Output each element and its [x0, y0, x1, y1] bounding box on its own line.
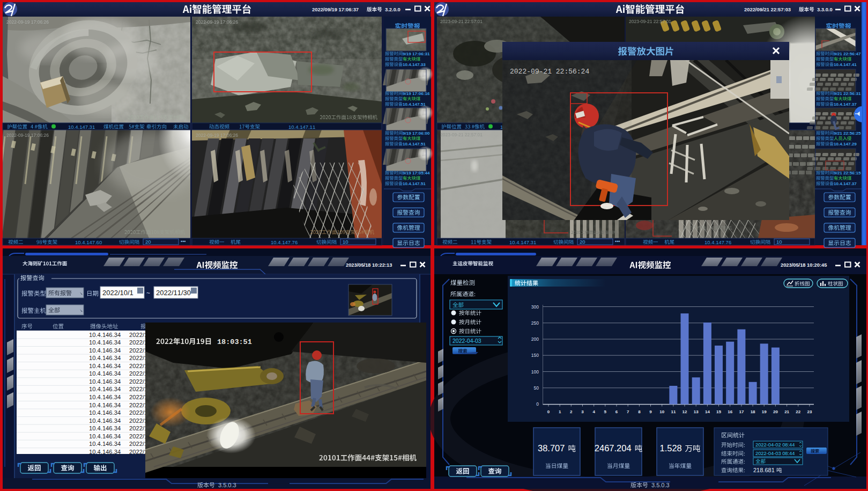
svg-text:2022-09-21 22:56:24: 2022-09-21 22:56:24	[510, 68, 589, 76]
svg-text:9/21 22:56:47: 9/21 22:56:47	[834, 52, 861, 56]
svg-text:100: 100	[531, 369, 539, 375]
svg-text:9/19 17:06:16: 9/19 17:06:16	[403, 91, 430, 96]
svg-text:2023-09-21 22:57:01: 2023-09-21 22:57:01	[440, 132, 483, 137]
svg-text:15: 15	[716, 409, 721, 414]
svg-text:•••: •••	[181, 239, 186, 244]
svg-text:4: 4	[592, 409, 595, 414]
svg-text:10: 10	[776, 239, 782, 245]
svg-text:10.4.147.51: 10.4.147.51	[403, 142, 426, 146]
svg-text:200: 200	[531, 336, 539, 342]
svg-text:21: 21	[784, 409, 789, 414]
svg-text:9: 9	[649, 409, 652, 414]
svg-text:0: 0	[536, 401, 539, 407]
svg-text:20: 20	[580, 239, 585, 245]
svg-text:2022-09-19 17:06:26: 2022-09-19 17:06:26	[6, 133, 49, 138]
svg-text:18:03:51: 18:03:51	[217, 338, 252, 346]
svg-text:3.5.0.3: 3.5.0.3	[651, 482, 670, 488]
svg-text:2022/10/1: 2022/10/1	[102, 289, 133, 297]
svg-text:10.4.147.37: 10.4.147.37	[834, 181, 857, 186]
svg-text:10.4.146.34: 10.4.146.34	[89, 417, 121, 424]
svg-text:10.4.147.60: 10.4.147.60	[75, 239, 102, 245]
svg-text:22: 22	[796, 409, 800, 414]
svg-text:10.4.147.31: 10.4.147.31	[509, 239, 536, 245]
svg-text:3.5.0.3: 3.5.0.3	[218, 482, 236, 488]
svg-text:20: 20	[145, 239, 151, 245]
svg-text:10.4.146.34: 10.4.146.34	[89, 332, 121, 338]
svg-text:~: ~	[146, 289, 150, 297]
svg-text:•••: •••	[615, 239, 620, 244]
svg-text:23: 23	[807, 409, 812, 414]
svg-text:10.4.146.34: 10.4.146.34	[89, 370, 121, 377]
svg-text:10.4.147.37: 10.4.147.37	[834, 102, 857, 107]
svg-text:10.4.146.34: 10.4.146.34	[89, 394, 121, 400]
svg-text:10: 10	[343, 239, 348, 245]
svg-text:2467.204: 2467.204	[595, 443, 632, 453]
svg-text:2022-04-03 08:44: 2022-04-03 08:44	[755, 451, 795, 456]
svg-text:10.4.147.41: 10.4.147.41	[834, 62, 857, 67]
svg-text:2: 2	[570, 409, 573, 414]
svg-text:1: 1	[559, 409, 561, 414]
svg-text:17: 17	[739, 409, 744, 414]
svg-text:0: 0	[547, 409, 550, 414]
svg-text:5: 5	[604, 409, 607, 414]
svg-text:50: 50	[534, 385, 539, 391]
svg-text:10.4.147.33: 10.4.147.33	[403, 62, 426, 67]
svg-text:3.3.0.0: 3.3.0.0	[817, 6, 833, 12]
svg-text:7: 7	[627, 409, 629, 414]
svg-text:20: 20	[773, 409, 778, 414]
svg-text:6: 6	[615, 409, 618, 414]
svg-text:3.2.0.0: 3.2.0.0	[385, 6, 400, 12]
svg-text:2023/05/18 10:20:45: 2023/05/18 10:20:45	[781, 262, 827, 268]
svg-text:10.4.146.34: 10.4.146.34	[89, 355, 121, 361]
svg-text:2022-09-19 17:06:26: 2022-09-19 17:06:26	[6, 19, 49, 25]
svg-text:10.4.146.34: 10.4.146.34	[89, 433, 121, 439]
svg-text:2023-09-21 22:57:01: 2023-09-21 22:57:01	[629, 19, 671, 24]
svg-text:11: 11	[671, 409, 676, 414]
svg-text:250: 250	[531, 320, 539, 326]
svg-text:10: 10	[659, 409, 664, 414]
svg-text:2022-09-19 17:06:26: 2022-09-19 17:06:26	[196, 133, 238, 138]
svg-text:10.4.146.34: 10.4.146.34	[89, 425, 121, 431]
svg-text:2023-09-21 22:57:01: 2023-09-21 22:57:01	[440, 19, 483, 24]
svg-text:2023/05/18 10:22:13: 2023/05/18 10:22:13	[346, 262, 392, 268]
svg-text:10.4.146.34: 10.4.146.34	[89, 363, 121, 369]
svg-text:38.707: 38.707	[538, 443, 565, 453]
svg-text:10.4.146.34: 10.4.146.34	[89, 386, 121, 392]
svg-text:150: 150	[531, 353, 539, 358]
svg-text:2022/09/21 22:57:03: 2022/09/21 22:57:03	[744, 6, 791, 12]
svg-text:10.4.146.34: 10.4.146.34	[89, 449, 121, 455]
svg-text:10.4.146.34: 10.4.146.34	[89, 409, 121, 416]
svg-text:16: 16	[728, 409, 732, 414]
svg-text:9/19 17:05:44: 9/19 17:05:44	[403, 171, 430, 175]
svg-text:2022-09-19 17:06:26: 2022-09-19 17:06:26	[196, 19, 238, 25]
svg-text:10.4.146.34: 10.4.146.34	[89, 339, 121, 346]
svg-text:13: 13	[694, 409, 699, 414]
svg-text:2022-04-03: 2022-04-03	[452, 338, 481, 344]
svg-text:10.4.146.34: 10.4.146.34	[89, 378, 121, 385]
svg-text:9/19 17:06:31: 9/19 17:06:31	[403, 52, 430, 56]
svg-text:2022/11/30: 2022/11/30	[156, 289, 191, 297]
svg-text:10.4.147.29: 10.4.147.29	[834, 142, 857, 146]
svg-text:10.4.147.11: 10.4.147.11	[288, 124, 315, 130]
svg-text:10.4.147.76: 10.4.147.76	[704, 239, 731, 245]
svg-text:10.4.146.34: 10.4.146.34	[89, 441, 121, 447]
svg-text:18: 18	[751, 409, 755, 414]
svg-text:9/21 22:56:25: 9/21 22:56:25	[834, 131, 861, 136]
svg-text:300: 300	[531, 304, 539, 310]
svg-text:10.4.147.51: 10.4.147.51	[403, 181, 426, 186]
svg-text:9/21 22:56:15: 9/21 22:56:15	[834, 171, 861, 175]
svg-text:9/19 17:06:00: 9/19 17:06:00	[403, 131, 430, 136]
svg-text:9/21 22:56:31: 9/21 22:56:31	[834, 91, 861, 96]
svg-text:19: 19	[762, 409, 767, 414]
svg-text:1.528: 1.528	[660, 443, 682, 453]
svg-text:2022-04-02 08:44: 2022-04-02 08:44	[755, 442, 795, 448]
svg-text:218.681: 218.681	[753, 467, 775, 473]
svg-text:14: 14	[705, 409, 710, 414]
svg-text:10.4.147.31: 10.4.147.31	[68, 124, 95, 130]
svg-text:12: 12	[682, 409, 687, 414]
svg-text:10.4.147.51: 10.4.147.51	[403, 102, 426, 107]
svg-text:2022/09/19 17:06:37: 2022/09/19 17:06:37	[312, 6, 359, 12]
svg-text:10.4.146.34: 10.4.146.34	[89, 402, 121, 408]
svg-text:10.4.146.34: 10.4.146.34	[89, 347, 121, 354]
svg-text:3: 3	[581, 409, 584, 414]
